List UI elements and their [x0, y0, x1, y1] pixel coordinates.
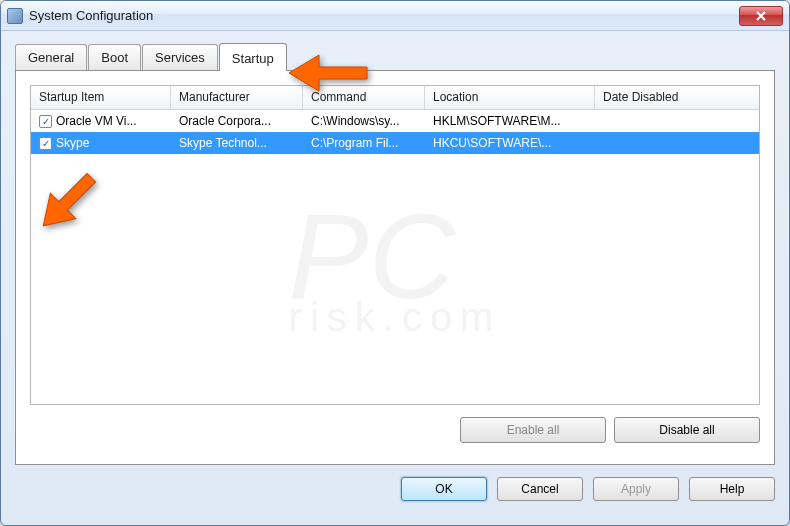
list-header: Startup Item Manufacturer Command Locati…: [31, 86, 759, 110]
startup-list[interactable]: Startup Item Manufacturer Command Locati…: [30, 85, 760, 405]
column-date-disabled[interactable]: Date Disabled: [595, 86, 759, 109]
cell-startup-item: Skype: [56, 136, 89, 150]
enable-all-button[interactable]: Enable all: [460, 417, 606, 443]
app-icon: [7, 8, 23, 24]
cancel-button[interactable]: Cancel: [497, 477, 583, 501]
checkbox[interactable]: ✓: [39, 115, 52, 128]
help-button[interactable]: Help: [689, 477, 775, 501]
tab-startup[interactable]: Startup: [219, 43, 287, 71]
column-location[interactable]: Location: [425, 86, 595, 109]
close-icon: [755, 11, 767, 21]
table-row[interactable]: ✓ Oracle VM Vi... Oracle Corpora... C:\W…: [31, 110, 759, 132]
tab-services[interactable]: Services: [142, 44, 218, 70]
titlebar: System Configuration: [1, 1, 789, 31]
cell-command: C:\Windows\sy...: [303, 114, 425, 128]
startup-panel: Startup Item Manufacturer Command Locati…: [15, 70, 775, 465]
tab-general[interactable]: General: [15, 44, 87, 70]
checkbox[interactable]: ✓: [39, 137, 52, 150]
cell-command: C:\Program Fil...: [303, 136, 425, 150]
ok-button[interactable]: OK: [401, 477, 487, 501]
apply-button[interactable]: Apply: [593, 477, 679, 501]
column-manufacturer[interactable]: Manufacturer: [171, 86, 303, 109]
cell-manufacturer: Skype Technol...: [171, 136, 303, 150]
cell-location: HKLM\SOFTWARE\M...: [425, 114, 595, 128]
list-body: ✓ Oracle VM Vi... Oracle Corpora... C:\W…: [31, 110, 759, 154]
system-configuration-window: System Configuration General Boot Servic…: [0, 0, 790, 526]
dialog-buttons: OK Cancel Apply Help: [1, 465, 789, 501]
panel-buttons: Enable all Disable all: [30, 417, 760, 443]
table-row[interactable]: ✓ Skype Skype Technol... C:\Program Fil.…: [31, 132, 759, 154]
tab-strip: General Boot Services Startup: [1, 31, 789, 70]
annotation-arrow-row: [31, 161, 105, 241]
disable-all-button[interactable]: Disable all: [614, 417, 760, 443]
cell-location: HKCU\SOFTWARE\...: [425, 136, 595, 150]
annotation-arrow-tab: [285, 43, 371, 103]
column-startup-item[interactable]: Startup Item: [31, 86, 171, 109]
close-button[interactable]: [739, 6, 783, 26]
window-title: System Configuration: [29, 8, 739, 23]
cell-startup-item: Oracle VM Vi...: [56, 114, 136, 128]
cell-manufacturer: Oracle Corpora...: [171, 114, 303, 128]
tab-boot[interactable]: Boot: [88, 44, 141, 70]
